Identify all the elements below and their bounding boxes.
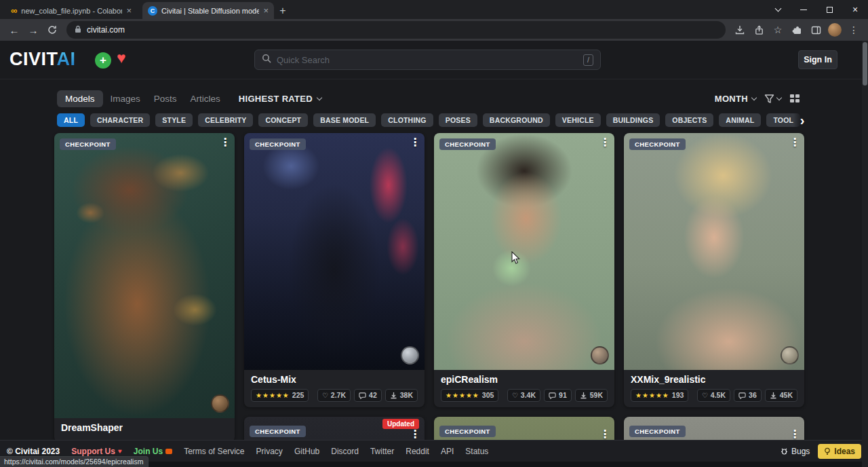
footer-link-privacy[interactable]: Privacy xyxy=(256,447,283,456)
category-chip-poses[interactable]: POSES xyxy=(439,113,477,127)
category-chip-character[interactable]: CHARACTER xyxy=(90,113,150,127)
footer-link-terms[interactable]: Terms of Service xyxy=(184,447,244,456)
footer-link-support-us[interactable]: Support Us♥ xyxy=(71,447,122,456)
tab-title: Civitai | Stable Diffusion models, xyxy=(161,7,259,15)
side-panel-icon[interactable] xyxy=(807,21,825,39)
footer-link-discord[interactable]: Discord xyxy=(331,447,359,456)
category-chip-background[interactable]: BACKGROUND xyxy=(483,113,550,127)
likes-badge: ♡2.7K xyxy=(317,389,351,402)
checkpoint-badge: CHECKPOINT xyxy=(629,138,686,150)
footer-link-reddit[interactable]: Reddit xyxy=(406,447,429,456)
creator-avatar[interactable] xyxy=(781,346,799,365)
back-button[interactable]: ← xyxy=(5,21,23,39)
sign-in-button[interactable]: Sign In xyxy=(798,50,837,69)
card-menu-icon[interactable]: ⋮ xyxy=(410,136,420,149)
sort-select[interactable]: HIGHEST RATED xyxy=(239,94,321,104)
card-menu-icon[interactable]: ⋮ xyxy=(789,428,800,441)
close-button[interactable]: × xyxy=(842,0,868,19)
share-icon[interactable] xyxy=(750,21,768,39)
star-icons: ★★★★★ xyxy=(256,391,290,400)
tab-close-icon[interactable]: × xyxy=(263,6,269,15)
tab-images[interactable]: Images xyxy=(104,90,146,107)
footer-link-twitter[interactable]: Twitter xyxy=(370,447,394,456)
category-filter-row: ALL CHARACTER STYLE CELEBRITY CONCEPT BA… xyxy=(57,113,804,128)
url-text: civitai.com xyxy=(87,25,125,35)
category-chip-objects[interactable]: OBJECTS xyxy=(665,113,713,127)
model-card-epicrealism[interactable]: CHECKPOINT ⋮ epiCRealism ★★★★★ 305 xyxy=(434,133,614,407)
browser-tab-civitai[interactable]: C Civitai | Stable Diffusion models, × xyxy=(142,2,274,19)
create-button[interactable]: + xyxy=(95,52,111,69)
category-chip-celebrity[interactable]: CELEBRITY xyxy=(198,113,253,127)
filter-button[interactable] xyxy=(764,94,781,104)
category-chip-style[interactable]: STYLE xyxy=(155,113,193,127)
reload-button[interactable] xyxy=(43,21,61,39)
tab-models[interactable]: Models xyxy=(57,90,103,107)
category-chip-animal[interactable]: ANIMAL xyxy=(719,113,761,127)
card-menu-icon[interactable]: ⋮ xyxy=(220,136,231,149)
download-icon xyxy=(770,392,777,399)
model-card-xxmix9realistic[interactable]: CHECKPOINT ⋮ XXMix_9realistic ★★★★★ 193 xyxy=(624,133,804,407)
address-bar[interactable]: civitai.com xyxy=(66,21,726,39)
card-menu-icon[interactable]: ⋮ xyxy=(599,428,610,441)
creator-avatar[interactable] xyxy=(211,394,229,413)
category-chip-clothing[interactable]: CLOTHING xyxy=(381,113,433,127)
new-tab-button[interactable]: + xyxy=(274,2,292,19)
creator-avatar[interactable] xyxy=(591,346,609,365)
card-menu-icon[interactable]: ⋮ xyxy=(789,136,800,149)
card-menu-icon[interactable]: ⋮ xyxy=(410,428,420,441)
search-bar[interactable]: / xyxy=(254,50,601,70)
card-image: CHECKPOINT ⋮ xyxy=(54,133,235,418)
chips-scroll-right-icon[interactable]: › xyxy=(793,111,811,129)
heart-icon[interactable]: ♥ xyxy=(117,49,126,67)
maximize-button[interactable] xyxy=(816,0,842,19)
status-bar: https://civitai.com/models/25694/epicrea… xyxy=(0,456,149,467)
tab-articles[interactable]: Articles xyxy=(184,90,226,107)
category-chip-buildings[interactable]: BUILDINGS xyxy=(606,113,660,127)
model-card-dreamshaper[interactable]: CHECKPOINT ⋮ DreamShaper xyxy=(54,133,235,443)
install-icon[interactable] xyxy=(731,21,749,39)
category-chip-vehicle[interactable]: VEHICLE xyxy=(555,113,601,127)
checkpoint-badge: CHECKPOINT xyxy=(439,138,496,150)
card-image: CHECKPOINT ⋮ xyxy=(244,133,425,370)
rating-badge: ★★★★★ 305 xyxy=(441,389,498,402)
scrollbar[interactable] xyxy=(862,41,868,467)
tab-close-icon[interactable]: × xyxy=(126,6,132,15)
bugs-button[interactable]: Bugs xyxy=(781,447,810,456)
scrollbar-thumb[interactable] xyxy=(863,42,867,86)
browser-tab-colab[interactable]: ∞ new_colab_file.ipynb - Colaborat × xyxy=(5,2,137,19)
model-grid: CHECKPOINT ⋮ DreamShaper CHECKPOINT ⋮ xyxy=(54,133,804,467)
briefcase-icon xyxy=(165,449,172,454)
minimize-button[interactable] xyxy=(791,0,816,19)
category-chip-base-model[interactable]: BASE MODEL xyxy=(313,113,376,127)
tab-search-chevron-icon[interactable] xyxy=(765,0,791,19)
footer-link-api[interactable]: API xyxy=(441,447,454,456)
profile-avatar[interactable] xyxy=(828,23,842,37)
category-chip-concept[interactable]: CONCEPT xyxy=(258,113,308,127)
card-image: CHECKPOINT ⋮ xyxy=(624,133,804,370)
footer-link-status[interactable]: Status xyxy=(465,447,488,456)
footer-link-github[interactable]: GitHub xyxy=(294,447,319,456)
site-header: CIVITAI + ♥ / Sign In xyxy=(0,41,868,79)
model-card-cetus-mix[interactable]: CHECKPOINT ⋮ Cetus-Mix ★★★★★ 225 ♡2 xyxy=(244,133,425,407)
creator-avatar[interactable] xyxy=(401,346,419,365)
layout-toggle-button[interactable] xyxy=(789,94,800,103)
comments-badge: 42 xyxy=(354,389,382,402)
browser-menu-icon[interactable]: ⋮ xyxy=(845,21,863,39)
extensions-icon[interactable] xyxy=(788,21,806,39)
card-stats: ★★★★★ 225 ♡2.7K 42 38K xyxy=(251,389,418,402)
card-title: DreamShaper xyxy=(61,422,228,433)
tab-posts[interactable]: Posts xyxy=(148,90,183,107)
period-select[interactable]: MONTH xyxy=(715,94,756,104)
colab-icon: ∞ xyxy=(11,6,17,15)
civitai-page: CIVITAI + ♥ / Sign In Models Images Post… xyxy=(0,41,868,467)
bookmark-star-icon[interactable]: ☆ xyxy=(769,21,787,39)
forward-button[interactable]: → xyxy=(24,21,42,39)
civitai-logo[interactable]: CIVITAI xyxy=(9,49,76,70)
card-menu-icon[interactable]: ⋮ xyxy=(599,136,610,149)
footer-link-join-us[interactable]: Join Us xyxy=(134,447,172,456)
category-chip-all[interactable]: ALL xyxy=(57,113,85,127)
nav-right-controls: MONTH xyxy=(715,94,800,104)
comment-icon xyxy=(738,392,746,399)
search-input[interactable] xyxy=(277,55,578,65)
ideas-button[interactable]: Ideas xyxy=(818,444,861,459)
